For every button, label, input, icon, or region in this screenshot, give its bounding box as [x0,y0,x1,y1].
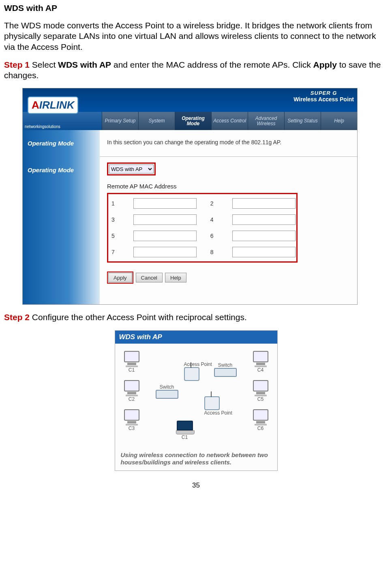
mac-input-7[interactable] [133,247,197,257]
step2-paragraph: Step 2 Configure the other Access Point … [4,312,388,323]
step1-bold2: Apply [313,60,337,69]
label-ap-bottom: Access Point [204,410,232,416]
diagram-canvas: C1 C2 C3 C4 C5 C6 [115,344,277,449]
label-c1: C1 [123,367,140,373]
logo-letter-a: A [32,99,39,111]
apply-button[interactable]: Apply [108,273,132,282]
brand-badge: SUPER G Wireless Access Point [293,90,354,103]
logo-cell: AIRLINK networkingsolutions [23,112,102,130]
mac-grid: 1 2 3 4 5 6 7 8 [111,198,293,257]
button-row: Apply Cancel Help [107,272,350,284]
mac-input-5[interactable] [133,231,197,241]
mac-label-7: 7 [111,249,117,255]
help-button[interactable]: Help [165,273,186,282]
intro-paragraph: The WDS mode converts the Access Point t… [4,20,388,52]
step2-label: Step 2 [4,312,30,322]
mac-label-3: 3 [111,216,117,223]
tab-system[interactable]: System [138,112,175,130]
section-heading: WDS with AP [4,3,388,13]
logo-subtext: networkingsolutions [25,124,60,129]
step1-label: Step 1 [4,60,30,69]
step1-paragraph: Step 1 Select WDS with AP and enter the … [4,60,388,81]
tab-access-control[interactable]: Access Control [211,112,248,130]
page-number: 35 [4,481,388,490]
section-row-1: Operating Mode In this section you can c… [100,130,357,157]
section2-body: WDS with AP Remote AP MAC Address 1 2 3 … [100,157,357,292]
label-c1-laptop: C1 [176,434,194,440]
label-c5: C5 [252,396,269,402]
label-ap-top: Access Point [184,361,212,367]
switch-left: Switch [156,384,178,399]
router-nav: AIRLINK networkingsolutions Primary Setu… [23,112,357,130]
cancel-button[interactable]: Cancel [136,273,163,282]
router-screenshot: SUPER G Wireless Access Point AIRLINK ne… [22,88,358,305]
label-switch-left: Switch [156,384,178,390]
mac-label-2: 2 [210,200,216,207]
logo-rest: IRLINK [39,99,75,111]
tab-operating-mode[interactable]: Operating Mode [175,112,211,130]
router-content: Operating Mode In this section you can c… [100,130,357,304]
laptop-c1: C1 [176,421,194,440]
mac-label-8: 8 [210,249,216,255]
router-body: Operating Mode In this section you can c… [23,130,357,304]
mac-input-1[interactable] [133,198,197,209]
label-switch-right: Switch [214,362,237,368]
tab-help[interactable]: Help [321,112,357,130]
step2-text: Configure the other Access Point with re… [30,312,247,322]
mac-label-5: 5 [111,233,117,239]
brand-line2: Wireless Access Point [293,96,354,103]
tab-setting-status[interactable]: Setting Status [284,112,321,130]
mac-input-3[interactable] [133,214,197,225]
ap-bottom: Access Point [204,396,232,416]
mode-select-highlight: WDS with AP [107,162,156,175]
ap-top: Access Point [184,361,212,381]
section1-body: In this section you can change the opera… [100,130,357,156]
step1-bold1: WDS with AP [58,60,111,69]
switch-right: Switch [214,362,237,377]
pc-c6: C6 [252,409,269,431]
label-c3: C3 [123,425,140,431]
section2-label: Operating Mode [23,157,100,292]
tab-advanced-wireless[interactable]: Advanced Wireless [248,112,284,130]
label-c4: C4 [252,367,269,373]
label-c6: C6 [252,425,269,431]
mac-input-2[interactable] [232,198,296,209]
label-c2: C2 [123,396,140,402]
pc-c1: C1 [123,351,140,373]
tab-primary-setup[interactable]: Primary Setup [102,112,138,130]
diagram-title: WDS with AP [115,331,277,344]
pc-c4: C4 [252,351,269,373]
step1-text-a: Select [30,60,58,69]
mac-grid-highlight: 1 2 3 4 5 6 7 8 [107,193,298,263]
section1-label: Operating Mode [23,130,100,156]
mac-label-6: 6 [210,233,216,239]
remote-ap-heading: Remote AP MAC Address [107,183,350,190]
step1-text-b: and enter the MAC address of the remote … [111,60,313,69]
section-row-2: Operating Mode WDS with AP Remote AP MAC… [100,157,357,292]
diagram-caption: Using wireless connection to network bet… [115,449,277,467]
mac-input-6[interactable] [232,231,296,241]
mac-label-1: 1 [111,200,117,207]
pc-c3: C3 [123,409,140,431]
operating-mode-select[interactable]: WDS with AP [109,165,154,173]
airlink-logo: AIRLINK [28,96,78,114]
mac-label-4: 4 [210,216,216,223]
pc-c2: C2 [123,380,140,402]
apply-highlight: Apply [107,272,133,284]
pc-c5: C5 [252,380,269,402]
diagram-screenshot: WDS with AP C1 C2 C3 C4 C5 [115,330,278,471]
mac-input-4[interactable] [232,214,296,225]
mac-input-8[interactable] [232,247,296,257]
nav-tabs: Primary Setup System Operating Mode Acce… [102,112,357,130]
brand-line1: SUPER G [293,90,354,96]
